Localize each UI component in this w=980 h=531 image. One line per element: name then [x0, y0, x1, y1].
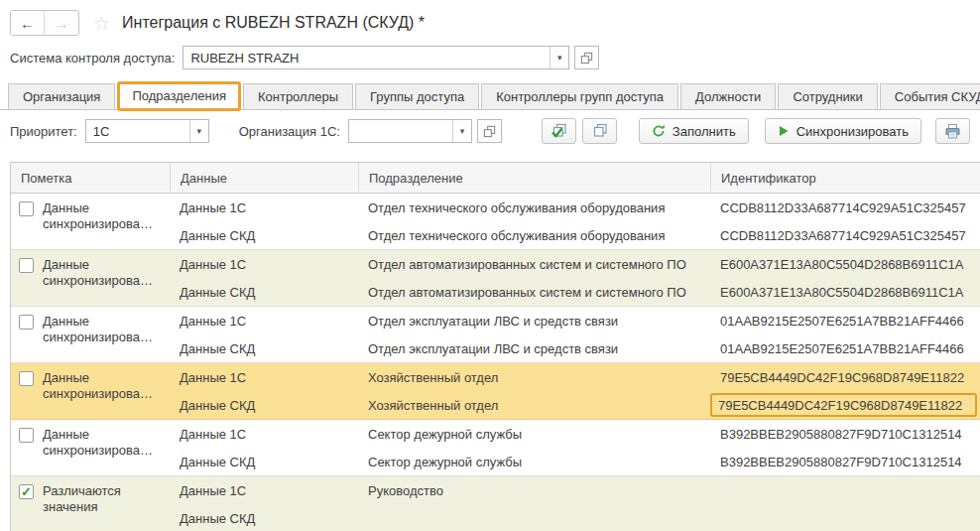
column-header-identifier[interactable]: Идентификатор	[710, 163, 980, 193]
department-cell[interactable]: Руководство	[358, 476, 710, 504]
source-cell[interactable]: Данные 1С	[170, 307, 358, 334]
tab-employees[interactable]: Сотрудники	[778, 83, 877, 109]
identifier-cell[interactable]: E600A371E13A80C5504D2868B6911C1A	[710, 278, 980, 306]
page-title: Интеграция с RUBEZH STRAZH (СКУД) *	[122, 14, 425, 32]
table-row-group[interactable]: Данные синхронизирова… Данные 1С Отдел э…	[11, 307, 980, 363]
table-row-group[interactable]: Данные синхронизирова… Данные 1С Отдел а…	[11, 250, 980, 307]
org-value[interactable]	[349, 120, 452, 142]
table-row-group-selected[interactable]: Данные синхронизирова… Данные 1С Хозяйст…	[11, 363, 980, 420]
identifier-cell[interactable]: E600A371E13A80C5504D2868B6911C1A	[710, 250, 980, 278]
favorite-star-icon[interactable]: ☆	[93, 14, 110, 33]
source-cell[interactable]: Данные 1С	[170, 194, 358, 221]
source-cell[interactable]: Данные СКД	[170, 391, 358, 419]
tab-controllers[interactable]: Контроллеры	[243, 83, 353, 109]
priority-dropdown-icon[interactable]: ▾	[189, 120, 208, 142]
priority-value[interactable]: 1С	[86, 120, 189, 142]
mark-cell: Данные синхронизирова…	[11, 363, 170, 419]
acs-open-button[interactable]	[574, 46, 599, 69]
department-cell[interactable]: Отдел технического обслуживания оборудов…	[358, 221, 710, 249]
mark-cell: Данные синхронизирова…	[11, 194, 170, 249]
tab-positions[interactable]: Должности	[680, 83, 776, 109]
tab-acs-events[interactable]: События СКУД	[880, 83, 980, 109]
identifier-cell[interactable]: 79E5CB4449DC42F19C968D8749E11822	[710, 363, 980, 391]
acs-combo-value[interactable]: RUBEZH STRAZH	[184, 47, 550, 68]
department-cell[interactable]: Сектор дежурной службы	[358, 420, 710, 448]
org-combo[interactable]: ▾	[348, 119, 472, 143]
department-cell[interactable]: Сектор дежурной службы	[358, 448, 710, 475]
department-cell[interactable]: Хозяйственный отдел	[358, 363, 710, 391]
acs-combo[interactable]: RUBEZH STRAZH ▾	[183, 46, 569, 69]
table-row-group[interactable]: ✓ Различаются значения Данные 1С Руковод…	[11, 476, 980, 531]
org-label: Организация 1С:	[239, 124, 340, 139]
priority-label: Приоритет:	[10, 124, 77, 139]
source-cell[interactable]: Данные СКД	[170, 221, 358, 249]
source-cell[interactable]: Данные СКД	[170, 504, 358, 531]
fill-button[interactable]: Заполнить	[639, 118, 749, 144]
refresh-icon	[652, 124, 666, 138]
source-cell[interactable]: Данные СКД	[170, 278, 358, 306]
identifier-cell[interactable]	[710, 504, 980, 531]
forward-button[interactable]: →	[45, 11, 78, 35]
identifier-cell[interactable]: B392BBEB2905880827F9D710C1312514	[710, 448, 980, 475]
play-icon	[778, 125, 790, 137]
table-row-group[interactable]: Данные синхронизирова… Данные 1С Сектор …	[11, 420, 980, 476]
identifier-cell[interactable]	[710, 476, 980, 504]
department-cell[interactable]: Отдел эксплуатации ЛВС и средств связи	[358, 334, 710, 362]
tab-strip: Организация Подразделения Контроллеры Гр…	[0, 79, 980, 110]
department-cell[interactable]: Отдел технического обслуживания оборудов…	[358, 194, 710, 221]
tab-access-group-controllers[interactable]: Контроллеры групп доступа	[481, 83, 678, 109]
identifier-cell-active[interactable]: 79E5CB4449DC42F19C968D8749E11822	[710, 393, 977, 417]
department-cell[interactable]: Отдел автоматизированных систем и систем…	[358, 250, 710, 278]
row-checkbox[interactable]	[19, 371, 34, 386]
department-cell[interactable]	[358, 504, 710, 531]
identifier-cell[interactable]: 01AAB9215E2507E6251A7BB21AFF4466	[710, 334, 980, 362]
print-button[interactable]	[935, 118, 970, 144]
mark-label: Данные синхронизирова…	[43, 370, 154, 402]
row-checkbox[interactable]	[19, 258, 34, 273]
source-cell[interactable]: Данные 1С	[170, 363, 358, 391]
source-cell[interactable]: Данные СКД	[170, 448, 358, 475]
uncheck-all-icon	[591, 123, 608, 140]
back-arrow-icon: ←	[20, 15, 35, 32]
row-checkbox[interactable]	[19, 201, 34, 216]
fill-button-label: Заполнить	[673, 124, 736, 139]
source-cell[interactable]: Данные 1С	[170, 420, 358, 448]
identifier-cell[interactable]: B392BBEB2905880827F9D710C1312514	[710, 420, 980, 448]
open-form-icon	[483, 125, 496, 138]
mark-label: Данные синхронизирова…	[43, 200, 154, 232]
mark-cell: Данные синхронизирова…	[11, 250, 170, 306]
column-header-department[interactable]: Подразделение	[358, 163, 710, 193]
department-cell[interactable]: Хозяйственный отдел	[358, 391, 710, 419]
table-row-group[interactable]: Данные синхронизирова… Данные 1С Отдел т…	[11, 194, 980, 250]
column-header-mark[interactable]: Пометка	[11, 163, 170, 193]
acs-field-label: Система контроля доступа:	[10, 51, 175, 66]
department-cell[interactable]: Отдел эксплуатации ЛВС и средств связи	[358, 307, 710, 334]
row-checkbox[interactable]	[19, 315, 34, 330]
source-cell[interactable]: Данные 1С	[170, 250, 358, 278]
source-cell[interactable]: Данные СКД	[170, 334, 358, 362]
identifier-cell[interactable]: CCDB8112D33A687714C929A51C325457	[710, 194, 980, 221]
priority-combo[interactable]: 1С ▾	[85, 119, 209, 143]
org-open-button[interactable]	[477, 119, 502, 143]
tab-departments[interactable]: Подразделения	[117, 81, 241, 111]
org-dropdown-icon[interactable]: ▾	[452, 120, 471, 142]
mark-cell: Данные синхронизирова…	[11, 420, 170, 475]
source-cell[interactable]: Данные 1С	[170, 476, 358, 504]
row-checkbox-checked[interactable]: ✓	[19, 484, 34, 499]
acs-dropdown-icon[interactable]: ▾	[550, 47, 568, 68]
back-button[interactable]: ←	[11, 11, 45, 35]
sync-button-label: Синхронизировать	[796, 124, 909, 139]
mark-cell: Данные синхронизирова…	[11, 307, 170, 362]
title-bar: ← → ☆ Интеграция с RUBEZH STRAZH (СКУД) …	[0, 0, 980, 42]
sync-button[interactable]: Синхронизировать	[765, 118, 921, 144]
column-header-data[interactable]: Данные	[170, 163, 358, 193]
row-checkbox[interactable]	[19, 428, 34, 443]
toolbar: Приоритет: 1С ▾ Организация 1С: ▾ Запо	[0, 110, 980, 152]
department-cell[interactable]: Отдел автоматизированных систем и систем…	[358, 278, 710, 306]
uncheck-all-button[interactable]	[582, 118, 617, 144]
identifier-cell[interactable]: 01AAB9215E2507E6251A7BB21AFF4466	[710, 307, 980, 334]
check-all-button[interactable]	[542, 118, 576, 144]
identifier-cell[interactable]: CCDB8112D33A687714C929A51C325457	[710, 221, 980, 249]
tab-access-groups[interactable]: Группы доступа	[355, 83, 479, 109]
tab-organization[interactable]: Организация	[8, 83, 115, 109]
